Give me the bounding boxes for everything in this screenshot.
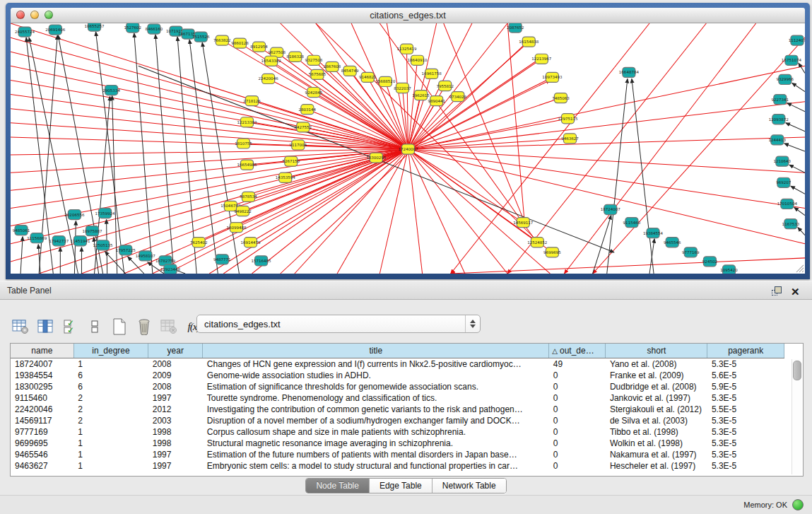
close-window-button[interactable] (16, 11, 25, 19)
edge[interactable] (408, 137, 805, 149)
table-cell[interactable]: Nakamura et al. (1997) (606, 449, 707, 460)
table-cell[interactable]: Tibbo et al. (1998) (606, 426, 707, 438)
window-titlebar[interactable]: citations_edges.txt (11, 8, 805, 23)
table-cell[interactable]: 2008 (148, 381, 203, 392)
table-cell[interactable]: 19384554 (11, 370, 73, 381)
edge[interactable] (408, 23, 508, 149)
graph-node[interactable]: 17359924 (95, 208, 116, 218)
table-cell[interactable]: 1998 (148, 426, 203, 438)
graph-node[interactable]: 9327508 (305, 55, 323, 65)
table-cell[interactable]: 2012 (148, 404, 203, 415)
column-header[interactable]: pagerank (707, 344, 784, 358)
table-cell[interactable]: Yano et al. (2008) (606, 358, 707, 370)
graph-node[interactable]: 12093872 (769, 115, 789, 124)
network-graph[interactable]: 2405572420691406106552571527602846616010… (11, 23, 805, 274)
graph-node[interactable]: 1244413 (769, 135, 787, 145)
edge[interactable] (408, 98, 561, 149)
edge[interactable] (271, 61, 408, 149)
table-cell[interactable]: 6 (73, 370, 148, 381)
graph-node[interactable]: 1095420 (720, 265, 738, 274)
graph-node[interactable]: 8427552 (295, 122, 312, 132)
graph-node[interactable]: 11156869 (27, 233, 47, 243)
node-table[interactable]: namein_degreeyeartitle△out_de…shortpager… (10, 343, 804, 477)
graph-node[interactable]: 2905334 (102, 85, 120, 95)
graph-node[interactable]: 2718126 (243, 96, 261, 106)
table-cell[interactable]: Changes of HCN gene expression and I(f) … (203, 358, 549, 370)
graph-node[interactable]: 7625402 (190, 238, 208, 247)
graph-node[interactable]: 16154838 (519, 37, 539, 47)
table-cell[interactable]: 2008 (148, 358, 203, 370)
graph-node[interactable]: 8912954 (250, 42, 268, 52)
edge[interactable] (786, 123, 805, 132)
graph-node[interactable]: 7485063 (552, 93, 570, 103)
edge[interactable] (408, 119, 568, 149)
graph-node[interactable]: 20691406 (45, 25, 66, 35)
table-cell[interactable]: 0 (549, 381, 606, 392)
zoom-window-button[interactable] (45, 11, 53, 19)
table-row[interactable]: 911546021997Tourette syndrome. Phenomeno… (11, 392, 784, 404)
resize-grip[interactable] (796, 265, 804, 272)
table-cell[interactable]: 1 (73, 426, 148, 438)
graph-node[interactable]: 2803144 (299, 105, 317, 115)
minimize-window-button[interactable] (30, 11, 39, 19)
edge[interactable] (408, 149, 423, 274)
graph-node[interactable]: 9890441 (428, 96, 445, 106)
table-row[interactable]: 946554611997Estimation of the future num… (11, 449, 784, 460)
table-cell[interactable]: 0 (549, 426, 606, 438)
graph-node[interactable]: 11325419 (396, 44, 417, 54)
graph-node[interactable]: 10655257 (84, 23, 105, 31)
edge[interactable] (269, 78, 408, 149)
edge[interactable] (153, 80, 551, 274)
table-settings-button[interactable] (11, 317, 30, 336)
graph-node[interactable]: 9699695 (543, 247, 561, 257)
graph-node[interactable]: 12975115 (558, 114, 578, 124)
table-cell[interactable]: Corpus callosum shape and size in male p… (203, 426, 549, 438)
edge[interactable] (74, 221, 76, 274)
table-cell[interactable]: 9463627 (11, 460, 73, 472)
graph-node[interactable]: 14958107 (136, 251, 156, 261)
graph-node[interactable]: 1527602 (124, 23, 141, 33)
graph-node[interactable]: 7955812 (436, 81, 454, 90)
table-row[interactable]: 946362711997Embryonic stem cells: a mode… (11, 460, 784, 472)
table-row[interactable]: 1830029562008Estimation of significance … (11, 381, 784, 392)
graph-node[interactable]: 9487771 (213, 255, 231, 264)
graph-node[interactable]: 18724007 (601, 204, 621, 214)
table-cell[interactable]: 1997 (148, 449, 203, 460)
table-cell[interactable]: de Silva et al. (2003) (606, 415, 707, 426)
table-cell[interactable]: 2003 (148, 415, 203, 426)
table-cell[interactable]: 0 (549, 370, 606, 381)
table-cell[interactable]: 2 (73, 392, 148, 404)
edge[interactable] (564, 23, 755, 274)
table-cell[interactable]: Jankovic et al. (1997) (606, 392, 707, 404)
edge[interactable] (167, 149, 408, 274)
graph-node[interactable]: 9146821 (359, 72, 377, 82)
table-cell[interactable]: 0 (549, 404, 606, 415)
table-cell[interactable]: 1 (73, 460, 148, 472)
table-cell[interactable]: 0 (549, 438, 606, 449)
table-cell[interactable]: 22420046 (11, 404, 73, 415)
graph-node[interactable]: 9242845 (305, 88, 323, 98)
edge[interactable] (379, 149, 408, 274)
scrollbar-thumb[interactable] (793, 361, 801, 380)
table-cell[interactable]: Genome-wide association studies in ADHD. (203, 370, 549, 381)
table-cell[interactable]: 1 (73, 358, 148, 370)
edge[interactable] (798, 228, 805, 235)
table-cell[interactable]: 9115460 (11, 392, 73, 404)
graph-node[interactable]: 12505135 (93, 240, 114, 250)
table-cell[interactable]: 1 (73, 449, 148, 460)
delete-column-icon[interactable] (135, 317, 153, 336)
edge[interactable] (408, 149, 805, 208)
edge[interactable] (789, 165, 805, 173)
table-cell[interactable]: 2 (73, 404, 148, 415)
graph-node[interactable]: 1210643 (774, 156, 792, 166)
table-cell[interactable]: 9777169 (11, 426, 73, 438)
table-row[interactable]: 969969511998Structural magnetic resonanc… (11, 438, 784, 449)
column-header[interactable]: in_degree (73, 344, 148, 358)
graph-node[interactable]: 5675685 (309, 69, 326, 79)
table-cell[interactable]: 5.6E-5 (707, 370, 784, 381)
table-cell[interactable]: 0 (549, 460, 606, 472)
table-cell[interactable]: 9699695 (11, 438, 73, 449)
graph-node[interactable]: 9227341 (772, 95, 789, 105)
edge[interactable] (607, 78, 628, 274)
table-cell[interactable]: 5.3E-5 (707, 460, 784, 472)
